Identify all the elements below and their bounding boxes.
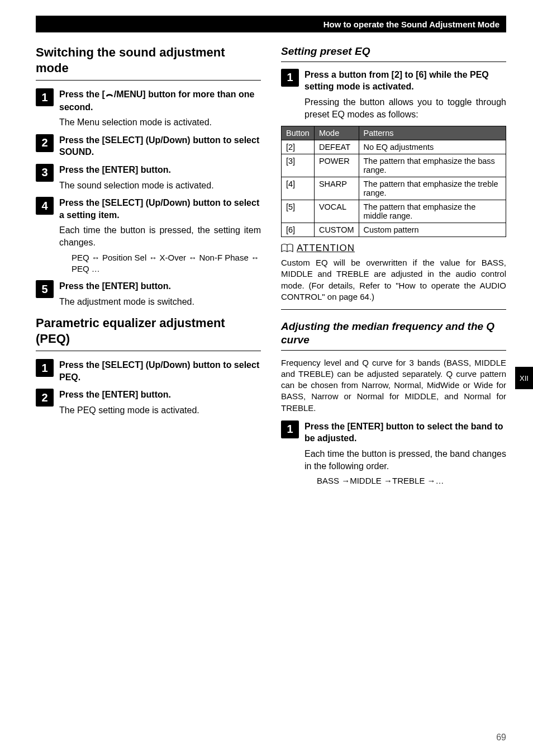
- cell-button: [5]: [282, 200, 315, 223]
- step-number: 1: [36, 88, 54, 106]
- step-number: 2: [36, 389, 54, 407]
- step-desc: Each time the button is pressed, the set…: [59, 224, 261, 248]
- eq-mode-table: Button Mode Patterns [2] DEFEAT No EQ ad…: [281, 126, 506, 237]
- cell-button: [3]: [282, 154, 315, 177]
- step-5: 5 Press the [ENTER] button. The adjustme…: [36, 280, 261, 308]
- header-bar: How to operate the Sound Adjustment Mode: [36, 16, 506, 32]
- th-mode: Mode: [314, 126, 359, 140]
- step-title: Press the [SELECT] (Up/Down) button to s…: [59, 135, 259, 157]
- step-body: Press the [ENTER] button to select the b…: [304, 420, 506, 487]
- cell-patterns: Custom pattern: [359, 223, 506, 237]
- phone-menu-icon: [105, 89, 114, 101]
- step-title: Press the [SELECT] (Up/Down) button to s…: [59, 198, 259, 220]
- cell-mode: SHARP: [314, 177, 359, 200]
- peq-step-1: 1 Press the [SELECT] (Up/Down) button to…: [36, 359, 261, 383]
- step-number: 3: [36, 164, 54, 182]
- step-desc: The adjustment mode is switched.: [59, 296, 261, 308]
- page-number: 69: [496, 733, 506, 743]
- intro-text: Frequency level and Q curve for 3 bands …: [281, 357, 506, 414]
- step-body: Press the [SELECT] (Up/Down) button to s…: [59, 134, 261, 158]
- step-body: Press the [SELECT] (Up/Down) button to s…: [59, 359, 261, 383]
- step-desc: The sound selection mode is activated.: [59, 179, 261, 192]
- divider: [36, 351, 261, 351]
- attention-heading: ATTENTION: [281, 243, 506, 254]
- step-body: Press the [ENTER] button. The adjustment…: [59, 280, 261, 308]
- cell-button: [4]: [282, 177, 315, 200]
- table-header-row: Button Mode Patterns: [282, 126, 506, 140]
- th-patterns: Patterns: [359, 126, 506, 140]
- step-4: 4 Press the [SELECT] (Up/Down) button to…: [36, 197, 261, 275]
- step-1: 1 Press the [/MENU] button for more than…: [36, 88, 261, 129]
- left-column: Switching the sound adjustment mode 1 Pr…: [36, 45, 261, 493]
- step-number: 1: [281, 420, 299, 438]
- page: How to operate the Sound Adjustment Mode…: [0, 0, 533, 756]
- two-column-layout: Switching the sound adjustment mode 1 Pr…: [36, 45, 506, 493]
- step-desc: The PEQ setting mode is activated.: [59, 404, 261, 417]
- step-desc: Each time the button is pressed, the ban…: [304, 448, 506, 472]
- table-row: [2] DEFEAT No EQ adjustments: [282, 140, 506, 154]
- section-title-switching: Switching the sound adjustment mode: [36, 45, 261, 75]
- step-number: 2: [36, 134, 54, 152]
- cell-patterns: The pattern that emphasize the treble ra…: [359, 177, 506, 200]
- qcurve-step-1: 1 Press the [ENTER] button to select the…: [281, 420, 506, 487]
- step-body: Press a button from [2] to [6] while the…: [304, 69, 506, 120]
- divider: [281, 62, 506, 62]
- table-row: [3] POWER The pattern that emphasize the…: [282, 154, 506, 177]
- step-desc: Pressing the button allows you to toggle…: [304, 96, 506, 120]
- th-button: Button: [282, 126, 315, 140]
- cell-mode: DEFEAT: [314, 140, 359, 154]
- cell-button: [6]: [282, 223, 315, 237]
- step-title: Press the [SELECT] (Up/Down) button to s…: [59, 360, 259, 382]
- step-title: Press the [ENTER] button.: [59, 281, 171, 291]
- header-title: How to operate the Sound Adjustment Mode: [323, 20, 499, 29]
- divider: [281, 350, 506, 351]
- step-title: Press a button from [2] to [6] while the…: [304, 70, 489, 92]
- divider: [36, 80, 261, 81]
- step-title: Press the [ENTER] button to select the b…: [304, 422, 503, 443]
- attention-title: ATTENTION: [297, 243, 355, 254]
- table-row: [6] CUSTOM Custom pattern: [282, 223, 506, 237]
- step-number: 4: [36, 197, 54, 215]
- cell-button: [2]: [282, 140, 315, 154]
- step-sequence: BASS →MIDDLE →TREBLE →…: [304, 475, 506, 486]
- right-column: Setting preset EQ 1 Press a button from …: [281, 45, 506, 493]
- table-row: [4] SHARP The pattern that emphasize the…: [282, 177, 506, 200]
- step-desc: The Menu selection mode is activated.: [59, 116, 261, 129]
- step-body: Press the [SELECT] (Up/Down) button to s…: [59, 197, 261, 275]
- section-tab: XII: [515, 367, 533, 389]
- step-sequence: PEQ ↔ Position Sel ↔ X-Over ↔ Non-F Phas…: [59, 252, 261, 275]
- step-number: 1: [281, 69, 299, 87]
- subhead-median-q: Adjusting the median frequency and the Q…: [281, 320, 506, 347]
- cell-patterns: No EQ adjustments: [359, 140, 506, 154]
- step-body: Press the [ENTER] button. The sound sele…: [59, 164, 261, 191]
- cell-mode: VOCAL: [314, 200, 359, 223]
- preset-step-1: 1 Press a button from [2] to [6] while t…: [281, 69, 506, 120]
- cell-mode: CUSTOM: [314, 223, 359, 237]
- book-icon: [281, 243, 293, 253]
- attention-body: Custom EQ will be overwritten if the val…: [281, 254, 506, 310]
- section-title-peq: Parametric equalizer adjustment (PEQ): [36, 315, 261, 346]
- cell-patterns: The pattern that emphasize the middle ra…: [359, 200, 506, 223]
- step-body: Press the [ENTER] button. The PEQ settin…: [59, 389, 261, 416]
- step-title: Press the [/MENU] button for more than o…: [59, 89, 254, 112]
- step-title: Press the [ENTER] button.: [59, 165, 171, 174]
- cell-mode: POWER: [314, 154, 359, 177]
- step-title-part-a: Press the [: [59, 89, 105, 99]
- step-body: Press the [/MENU] button for more than o…: [59, 88, 261, 129]
- step-2: 2 Press the [SELECT] (Up/Down) button to…: [36, 134, 261, 158]
- peq-step-2: 2 Press the [ENTER] button. The PEQ sett…: [36, 389, 261, 416]
- step-3: 3 Press the [ENTER] button. The sound se…: [36, 164, 261, 191]
- table-row: [5] VOCAL The pattern that emphasize the…: [282, 200, 506, 223]
- step-number: 1: [36, 359, 54, 377]
- step-number: 5: [36, 280, 54, 298]
- subhead-preset-eq: Setting preset EQ: [281, 45, 506, 58]
- cell-patterns: The pattern that emphasize the bass rang…: [359, 154, 506, 177]
- step-title: Press the [ENTER] button.: [59, 390, 171, 399]
